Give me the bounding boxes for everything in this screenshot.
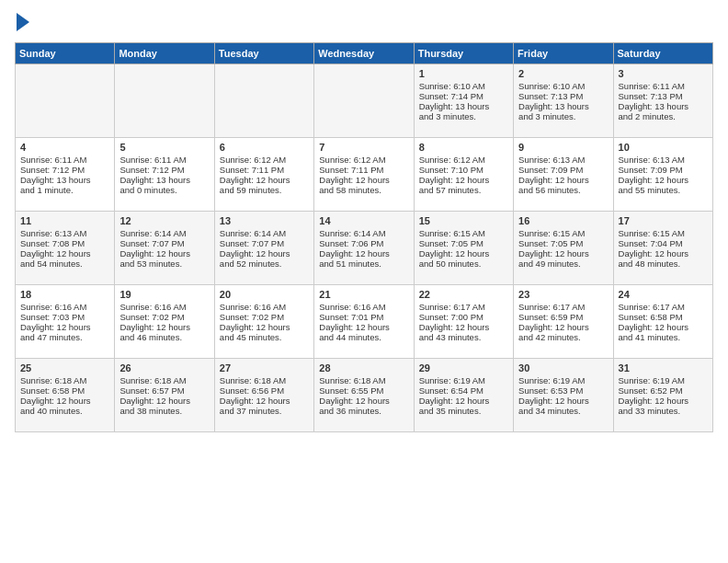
day-info: Sunrise: 6:10 AM (419, 81, 508, 91)
calendar-week-3: 11Sunrise: 6:13 AMSunset: 7:08 PMDayligh… (16, 212, 713, 285)
calendar-cell: 16Sunrise: 6:15 AMSunset: 7:05 PMDayligh… (514, 212, 613, 285)
calendar-cell (314, 64, 414, 138)
day-info: Sunset: 6:58 PM (619, 312, 708, 322)
calendar-cell: 21Sunrise: 6:16 AMSunset: 7:01 PMDayligh… (314, 285, 414, 359)
day-info: Daylight: 13 hours (518, 101, 608, 111)
day-info: and 45 minutes. (220, 332, 309, 342)
logo-arrow-icon (17, 13, 29, 31)
day-info: and 43 minutes. (419, 332, 508, 342)
calendar-cell: 18Sunrise: 6:16 AMSunset: 7:03 PMDayligh… (16, 285, 115, 359)
day-info: Daylight: 12 hours (20, 396, 109, 406)
day-info: Sunset: 7:12 PM (119, 165, 209, 175)
day-info: Sunset: 7:07 PM (119, 238, 209, 248)
day-number: 12 (119, 215, 209, 226)
day-info: Sunset: 7:05 PM (518, 238, 608, 248)
calendar-cell (115, 64, 214, 138)
calendar-cell: 19Sunrise: 6:16 AMSunset: 7:02 PMDayligh… (115, 285, 214, 359)
day-number: 1 (419, 68, 508, 79)
calendar-cell: 15Sunrise: 6:15 AMSunset: 7:05 PMDayligh… (414, 212, 513, 285)
day-info: Sunset: 6:56 PM (220, 385, 309, 396)
day-number: 30 (518, 362, 608, 373)
day-info: and 54 minutes. (20, 259, 109, 269)
day-info: Sunrise: 6:12 AM (319, 155, 408, 165)
day-info: Daylight: 12 hours (319, 322, 408, 332)
day-header-tuesday: Tuesday (214, 43, 313, 64)
day-info: and 33 minutes. (619, 406, 708, 416)
day-info: Sunset: 7:09 PM (619, 165, 708, 175)
day-info: Sunrise: 6:19 AM (419, 375, 508, 385)
calendar-cell: 31Sunrise: 6:19 AMSunset: 6:52 PMDayligh… (613, 359, 712, 432)
calendar-week-4: 18Sunrise: 6:16 AMSunset: 7:03 PMDayligh… (16, 285, 713, 359)
day-info: and 49 minutes. (518, 259, 608, 269)
day-info: and 58 minutes. (319, 185, 408, 195)
day-info: Daylight: 12 hours (419, 175, 508, 185)
day-info: and 40 minutes. (20, 406, 109, 416)
day-info: and 56 minutes. (518, 185, 608, 195)
day-info: Daylight: 12 hours (419, 248, 508, 259)
day-info: Daylight: 13 hours (20, 175, 109, 185)
day-info: Sunrise: 6:15 AM (419, 228, 508, 238)
calendar-header-row: SundayMondayTuesdayWednesdayThursdayFrid… (16, 43, 713, 64)
day-info: Daylight: 12 hours (619, 396, 708, 406)
calendar-cell: 30Sunrise: 6:19 AMSunset: 6:53 PMDayligh… (514, 359, 613, 432)
day-info: Daylight: 12 hours (119, 322, 209, 332)
day-info: Sunrise: 6:19 AM (518, 375, 608, 385)
calendar-cell: 17Sunrise: 6:15 AMSunset: 7:04 PMDayligh… (613, 212, 712, 285)
day-info: Daylight: 12 hours (220, 322, 309, 332)
day-info: Sunrise: 6:14 AM (319, 228, 408, 238)
calendar-cell: 20Sunrise: 6:16 AMSunset: 7:02 PMDayligh… (214, 285, 313, 359)
day-info: and 46 minutes. (119, 332, 209, 342)
day-info: Sunset: 6:52 PM (619, 385, 708, 396)
logo (15, 15, 29, 31)
day-info: Daylight: 12 hours (220, 248, 309, 259)
day-info: Sunset: 7:01 PM (319, 312, 408, 322)
day-number: 2 (518, 68, 608, 79)
day-number: 15 (419, 215, 508, 226)
calendar-cell: 24Sunrise: 6:17 AMSunset: 6:58 PMDayligh… (613, 285, 712, 359)
day-info: Sunset: 7:05 PM (419, 238, 508, 248)
day-info: and 59 minutes. (220, 185, 309, 195)
day-info: Sunrise: 6:13 AM (518, 155, 608, 165)
day-info: and 35 minutes. (419, 406, 508, 416)
day-info: and 44 minutes. (319, 332, 408, 342)
day-info: Sunrise: 6:14 AM (119, 228, 209, 238)
day-info: Sunset: 6:53 PM (518, 385, 608, 396)
day-info: Sunrise: 6:18 AM (119, 375, 209, 385)
day-info: Sunset: 7:14 PM (419, 91, 508, 101)
day-info: Sunrise: 6:15 AM (619, 228, 708, 238)
day-info: Sunrise: 6:16 AM (119, 302, 209, 312)
day-info: Sunrise: 6:18 AM (20, 375, 109, 385)
day-info: Sunrise: 6:11 AM (619, 81, 708, 91)
day-info: and 52 minutes. (220, 259, 309, 269)
day-info: Sunset: 7:13 PM (619, 91, 708, 101)
day-info: and 3 minutes. (518, 111, 608, 121)
calendar-week-2: 4Sunrise: 6:11 AMSunset: 7:12 PMDaylight… (16, 138, 713, 212)
day-info: Daylight: 12 hours (119, 248, 209, 259)
day-info: Daylight: 13 hours (419, 101, 508, 111)
day-info: and 38 minutes. (119, 406, 209, 416)
day-info: Sunset: 7:03 PM (20, 312, 109, 322)
day-number: 11 (20, 215, 109, 226)
day-number: 16 (518, 215, 608, 226)
day-info: and 57 minutes. (419, 185, 508, 195)
day-header-monday: Monday (115, 43, 214, 64)
day-number: 20 (220, 289, 309, 300)
day-info: and 41 minutes. (619, 332, 708, 342)
day-info: Sunset: 7:12 PM (20, 165, 109, 175)
day-info: and 2 minutes. (619, 111, 708, 121)
calendar-cell: 7Sunrise: 6:12 AMSunset: 7:11 PMDaylight… (314, 138, 414, 212)
day-number: 24 (619, 289, 708, 300)
day-number: 21 (319, 289, 408, 300)
day-info: Sunrise: 6:16 AM (20, 302, 109, 312)
day-info: and 1 minute. (20, 185, 109, 195)
day-info: Sunrise: 6:13 AM (619, 155, 708, 165)
calendar-week-5: 25Sunrise: 6:18 AMSunset: 6:58 PMDayligh… (16, 359, 713, 432)
calendar-cell: 27Sunrise: 6:18 AMSunset: 6:56 PMDayligh… (214, 359, 313, 432)
day-info: Daylight: 12 hours (20, 322, 109, 332)
day-info: Sunset: 7:13 PM (518, 91, 608, 101)
day-number: 25 (20, 362, 109, 373)
day-info: Sunrise: 6:11 AM (119, 155, 209, 165)
day-info: Daylight: 12 hours (220, 396, 309, 406)
day-info: Daylight: 12 hours (619, 248, 708, 259)
day-info: and 3 minutes. (419, 111, 508, 121)
